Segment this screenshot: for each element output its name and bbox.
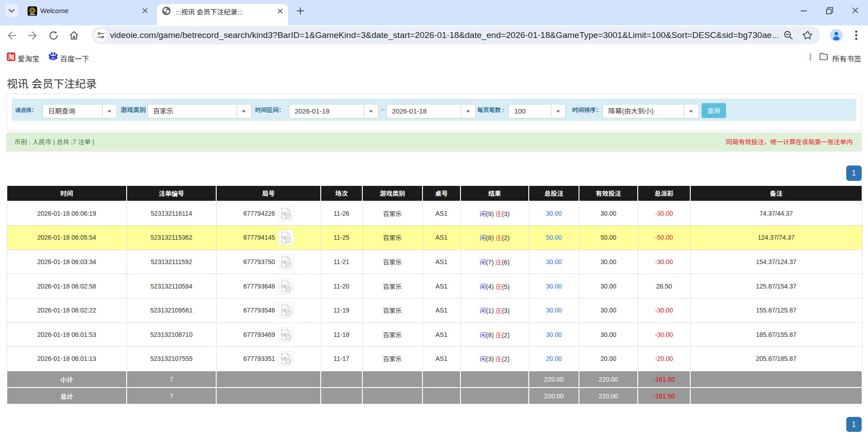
svg-text:du: du — [51, 56, 55, 60]
